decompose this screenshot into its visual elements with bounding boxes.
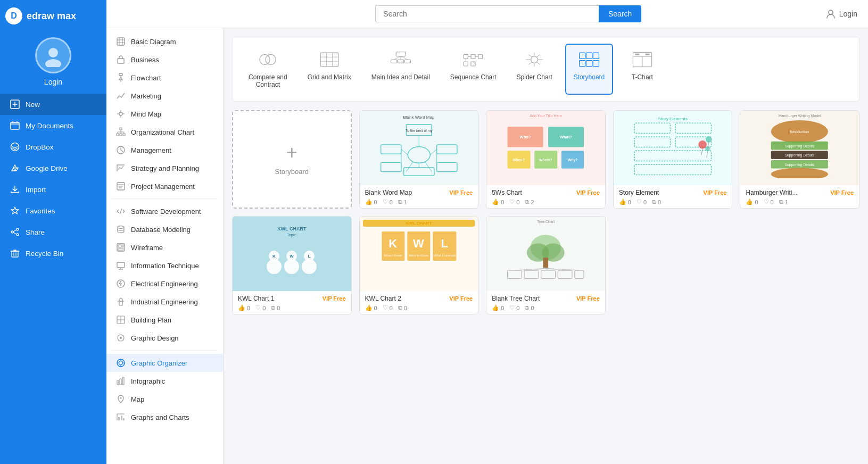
svg-text:When?: When?	[513, 158, 525, 162]
sidebar-google-drive-label: Google Drive	[26, 164, 68, 172]
svg-rect-15	[118, 59, 124, 63]
cat-item-map[interactable]: Map	[106, 390, 223, 408]
login-label: Login	[839, 10, 857, 18]
svg-rect-51	[119, 301, 122, 305]
svg-rect-187	[575, 270, 584, 278]
type-grid-label: Grid and Matrix	[308, 73, 351, 81]
svg-rect-185	[541, 270, 556, 278]
cat-item-building-plan[interactable]: Building Plan	[106, 311, 223, 329]
cat-item-infographic[interactable]: Infographic	[106, 372, 223, 390]
cat-item-graphic-design[interactable]: Graphic Design	[106, 329, 223, 347]
cat-item-database-modeling[interactable]: Database Modeling	[106, 220, 223, 238]
svg-rect-182	[543, 258, 549, 268]
svg-text:K: K	[272, 254, 276, 259]
sidebar-item-dropbox[interactable]: DropBox	[0, 136, 106, 158]
cat-item-graphic-organizer[interactable]: Graphic Organizer	[106, 354, 223, 372]
svg-point-93	[531, 56, 538, 63]
blank-word-map-card[interactable]: Blank Word Map To the best of my	[359, 110, 479, 209]
cat-item-software-development[interactable]: Software Development	[106, 202, 223, 220]
svg-rect-103	[586, 53, 592, 59]
category-sidebar: Basic DiagramBusinessFlowchartMarketingM…	[106, 28, 224, 464]
svg-line-149	[701, 148, 702, 155]
cat-divider	[112, 198, 218, 199]
sidebar-item-my-documents[interactable]: My Documents	[0, 115, 106, 136]
type-compare-contrast[interactable]: Compare and Contract	[241, 44, 295, 95]
type-storyboard-label: Storyboard	[574, 73, 605, 81]
svg-rect-116	[381, 145, 401, 154]
cat-item-mind-map[interactable]: Mind Map	[106, 105, 223, 123]
cat-label-industrial-engineering: Industrial Engineering	[131, 298, 198, 306]
svg-text:K: K	[388, 237, 397, 250]
svg-point-1	[45, 59, 61, 67]
cat-item-basic-diagram[interactable]: Basic Diagram	[106, 32, 223, 51]
sidebar-item-google-drive[interactable]: Google Drive	[0, 158, 106, 179]
story-element-card[interactable]: Story Elements	[613, 110, 733, 209]
kwl-chart-2-card[interactable]: KWL CHART K W L What I Know Want to Know	[359, 216, 479, 314]
sidebar-item-recycle-bin[interactable]: Recycle Bin	[0, 243, 106, 264]
cat-item-project-management[interactable]: Project Management	[106, 177, 223, 195]
share-icon	[10, 227, 20, 237]
sidebar-item-new[interactable]: New	[0, 94, 106, 115]
blank-tree-badge: VIP Free	[576, 295, 600, 302]
5ws-chart-card[interactable]: Add Your Title Here Who? What? When?	[486, 110, 606, 209]
search-input[interactable]	[375, 5, 599, 22]
type-storyboard[interactable]: Storyboard	[565, 44, 613, 95]
type-grid-matrix[interactable]: Grid and Matrix	[300, 44, 359, 95]
cat-item-wireframe[interactable]: Wireframe	[106, 238, 223, 256]
svg-rect-105	[580, 61, 585, 67]
type-sequence-chart[interactable]: Sequence Chart	[443, 44, 504, 95]
kwl-chart-1-card[interactable]: KWL CHART Topic: K W	[232, 216, 352, 314]
svg-rect-28	[123, 134, 125, 136]
svg-text:L: L	[441, 237, 448, 250]
cat-label-database-modeling: Database Modeling	[131, 226, 191, 234]
sidebar-item-favorites[interactable]: Favorites	[0, 200, 106, 221]
content-area: Basic DiagramBusinessFlowchartMarketingM…	[106, 28, 868, 464]
svg-rect-63	[117, 380, 119, 385]
cat-item-management[interactable]: Management	[106, 141, 223, 159]
cat-item-strategy-planning[interactable]: Strategy and Planning	[106, 159, 223, 177]
svg-point-115	[408, 147, 430, 163]
blank-word-map-copies: ⧉ 1	[398, 198, 407, 205]
cat-item-graphs-charts[interactable]: Graphs and Charts	[106, 408, 223, 426]
cat-icon-strategy-planning	[116, 163, 126, 173]
cat-item-marketing[interactable]: Marketing	[106, 87, 223, 105]
cat-item-information-technique[interactable]: Information Technique	[106, 256, 223, 275]
svg-point-148	[705, 146, 710, 152]
import-icon	[10, 184, 20, 195]
type-t-chart[interactable]: T-Chart	[618, 44, 666, 95]
svg-rect-141	[675, 123, 711, 133]
blank-word-map-title: Blank Word Map	[365, 189, 412, 196]
cat-item-industrial-engineering[interactable]: Industrial Engineering	[106, 293, 223, 311]
avatar-login-label[interactable]: Login	[44, 78, 62, 86]
cat-icon-industrial-engineering	[116, 297, 126, 306]
cat-label-infographic: Infographic	[131, 377, 165, 385]
type-main-idea[interactable]: Main Idea and Detail	[364, 44, 437, 95]
cat-item-electrical-engineering[interactable]: Electrical Engineering	[106, 275, 223, 293]
svg-rect-184	[524, 270, 539, 278]
cat-item-business[interactable]: Business	[106, 51, 223, 69]
login-button[interactable]: Login	[825, 9, 857, 19]
svg-rect-86	[478, 54, 483, 59]
sidebar-item-share[interactable]: Share	[0, 221, 106, 243]
cat-icon-graphic-organizer	[116, 358, 126, 368]
svg-text:Story Elements: Story Elements	[658, 117, 688, 121]
blank-tree-chart-card[interactable]: Tree Chart	[486, 216, 606, 314]
cat-icon-mind-map	[116, 109, 126, 119]
svg-text:L: L	[308, 254, 311, 259]
svg-rect-78	[391, 60, 396, 63]
kwl2-badge: VIP Free	[449, 295, 473, 302]
plus-icon: +	[286, 143, 297, 162]
search-button[interactable]: Search	[599, 5, 641, 22]
svg-point-163	[284, 259, 299, 274]
svg-rect-25	[120, 128, 122, 130]
cat-label-marketing: Marketing	[131, 92, 161, 100]
hamburger-writing-card[interactable]: Hamburger Writing Model Introduction Sup…	[740, 110, 859, 209]
sidebar-item-import[interactable]: Import	[0, 179, 106, 200]
new-storyboard-card[interactable]: + Storyboard	[232, 110, 352, 209]
svg-point-165	[302, 259, 317, 274]
cat-item-flowchart[interactable]: Flowchart	[106, 69, 223, 87]
svg-text:Supporting Details: Supporting Details	[785, 144, 815, 148]
svg-point-66	[120, 397, 122, 399]
cat-item-organizational-chart[interactable]: Organizational Chart	[106, 123, 223, 141]
type-spider-chart[interactable]: Spider Chart	[509, 44, 560, 95]
